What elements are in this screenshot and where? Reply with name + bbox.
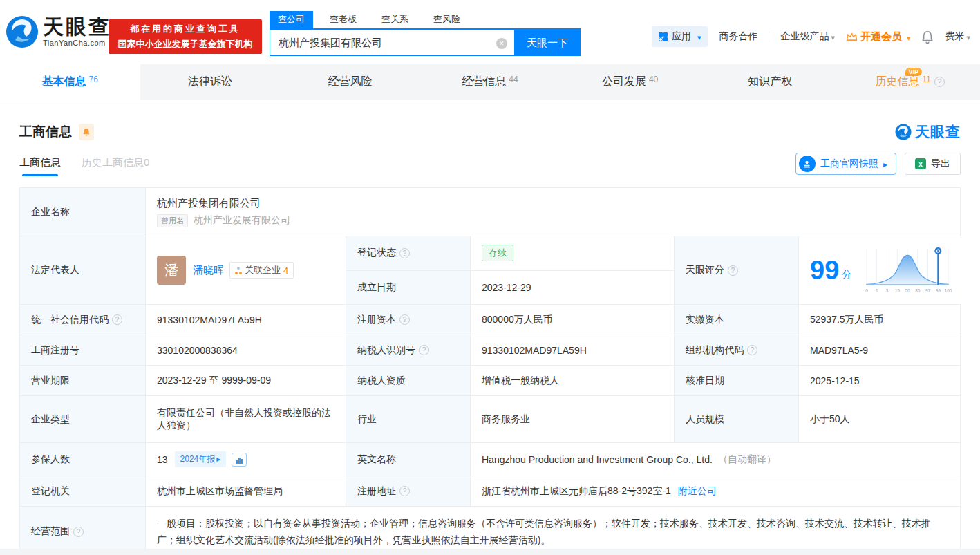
help-question-icon[interactable] (112, 314, 122, 325)
chevron-down-icon (964, 31, 970, 42)
site-header: 天眼查 TianYanCha.com 都在用的商业查询工具 国家中小企业发展子基… (0, 0, 980, 64)
tab-label: 基本信息 (42, 75, 86, 89)
tab-history-info[interactable]: VIP 历史信息 11 (840, 64, 980, 100)
score-distribution-chart: 0131550859799100 (861, 245, 954, 296)
table-subrow: 成立日期 2023-12-29 (346, 270, 674, 305)
help-question-icon[interactable] (399, 314, 410, 325)
credit-code-label: 统一社会信用代码 (20, 305, 146, 335)
english-name-cell: Hangzhou Production and Investment Group… (471, 443, 960, 476)
trend-chart-icon[interactable] (232, 453, 247, 467)
clear-search-icon[interactable] (496, 38, 507, 49)
svg-text:97: 97 (925, 288, 931, 293)
tab-intellectual-property[interactable]: 知识产权 (700, 64, 840, 100)
export-button[interactable]: x 导出 (905, 153, 961, 175)
menu-enterprise-products[interactable]: 企业级产品 (780, 30, 835, 43)
company-name: 杭州产投集团有限公司 (157, 197, 261, 210)
username: 费米 (945, 30, 964, 43)
official-snapshot-button[interactable]: 工商官网快照 (795, 153, 896, 175)
taxpayer-id-label: 纳税人识别号 (346, 335, 471, 365)
chevron-down-icon (695, 31, 701, 42)
label-text: 经营范围 (31, 525, 70, 538)
watermark-text: 天眼查 (915, 122, 961, 142)
business-term-value: 2023-12-29 至 9999-09-09 (146, 366, 346, 395)
insured-count-cell: 13 2024年报 (146, 443, 346, 476)
search-tab-risk[interactable]: 查风险 (425, 11, 469, 28)
tab-label: 知识产权 (748, 75, 792, 89)
subtab-business-info[interactable]: 工商信息 (19, 156, 61, 176)
search-row: 杭州产投集团有限公司 天眼一下 (270, 30, 581, 56)
tab-basic-info[interactable]: 基本信息 76 (0, 64, 140, 100)
menu-cooperation[interactable]: 商务合作 (719, 30, 757, 43)
company-type-label: 企业类型 (20, 396, 146, 442)
tab-operation-info[interactable]: 经营信息 44 (420, 64, 560, 100)
help-question-icon[interactable] (747, 345, 757, 355)
taxpayer-qualification-value: 增值税一般纳税人 (471, 366, 675, 395)
paid-capital-value: 52937.5万人民币 (799, 305, 960, 335)
help-question-icon[interactable] (73, 527, 84, 537)
search-tab-boss[interactable]: 查老板 (321, 11, 365, 28)
search-input-value: 杭州产投集团有限公司 (270, 37, 382, 50)
registration-status-label: 登记状态 (346, 236, 471, 270)
former-name-line: 曾用名 杭州产业发展有限公司 (157, 214, 290, 227)
business-scope-label: 经营范围 (20, 507, 146, 555)
staff-size-value: 小于50人 (799, 396, 960, 442)
established-date-label: 成立日期 (346, 271, 471, 305)
table-action-buttons: 工商官网快照 x 导出 (795, 153, 961, 175)
stamp-icon (799, 156, 816, 172)
legal-rep-avatar[interactable]: 潘 (157, 256, 186, 285)
chevron-down-icon (905, 31, 911, 43)
annual-report-badge[interactable]: 2024年报 (175, 451, 227, 467)
related-count: 4 (283, 265, 288, 276)
menu-open-vip[interactable]: 开通会员 (846, 30, 911, 44)
tab-count: 40 (649, 75, 658, 84)
help-question-icon[interactable] (728, 265, 738, 276)
search-input[interactable]: 杭州产投集团有限公司 (270, 30, 514, 56)
svg-text:15: 15 (895, 288, 901, 293)
search-button[interactable]: 天眼一下 (514, 30, 581, 56)
notification-bell-icon[interactable] (921, 30, 934, 44)
search-tab-relation[interactable]: 查关系 (373, 11, 417, 28)
help-question-icon[interactable] (934, 77, 945, 87)
registration-number-value: 330102000838364 (146, 335, 346, 365)
legal-rep-name-link[interactable]: 潘晓晖 (193, 264, 224, 277)
score-value: 99 (810, 257, 839, 283)
search-tab-company[interactable]: 查公司 (270, 11, 313, 28)
table-subrow: 登记状态 存续 (346, 236, 674, 270)
legal-rep-cell: 潘 潘晓晖 关联企业 4 (146, 236, 346, 304)
company-nav-tabs: 基本信息 76 法律诉讼 经营风险 经营信息 44 公司发展 40 知识产权 V… (0, 64, 980, 100)
top-menu: 应用 商务合作 企业级产品 开通会员 (652, 26, 970, 47)
apps-menu[interactable]: 应用 (652, 26, 708, 47)
svg-text:100: 100 (945, 288, 952, 293)
subscribe-bell-icon[interactable] (79, 124, 94, 140)
site-logo[interactable]: 天眼查 TianYanCha.com (6, 15, 111, 48)
english-name-value: Hangzhou Production and Investment Group… (482, 454, 713, 465)
nearby-companies-link[interactable]: 附近公司 (678, 485, 717, 498)
insured-count-value: 13 (157, 454, 168, 465)
industry-value: 商务服务业 (471, 396, 675, 442)
tab-count: 11 (923, 75, 931, 84)
help-question-icon[interactable] (399, 248, 410, 258)
registry-authority-label: 登记机关 (20, 476, 146, 506)
user-menu[interactable]: 费米 (945, 30, 970, 43)
help-question-icon[interactable] (419, 345, 429, 355)
related-companies-badge[interactable]: 关联企业 4 (229, 262, 294, 279)
enterprise-label: 企业级产品 (780, 30, 829, 43)
vip-label: 开通会员 (860, 30, 902, 44)
related-label: 关联企业 (245, 264, 281, 276)
svg-text:1: 1 (876, 288, 878, 293)
section-header: 工商信息 天眼查 (19, 122, 961, 142)
help-question-icon[interactable] (399, 486, 410, 496)
business-scope-cell: 一般项目：股权投资；以自有资金从事投资活动；企业管理；信息咨询服务（不含许可类信… (146, 507, 960, 555)
tab-company-development[interactable]: 公司发展 40 (560, 64, 700, 100)
score-unit: 分 (842, 269, 851, 281)
tab-label: 经营信息 (462, 75, 506, 89)
registered-capital-value: 800000万人民币 (471, 305, 675, 335)
tianyancha-logo-icon (6, 15, 39, 48)
subtab-history-business-info[interactable]: 历史工商信息0 (82, 156, 149, 176)
crown-icon (846, 32, 858, 42)
tianyancha-logo-icon (895, 124, 912, 140)
table-row: 企业名称 杭州产投集团有限公司 曾用名 杭州产业发展有限公司 (20, 188, 960, 236)
tab-legal-proceedings[interactable]: 法律诉讼 (140, 64, 281, 100)
report-badge-label: 2024年报 (180, 454, 216, 464)
tab-operation-risk[interactable]: 经营风险 (280, 64, 420, 100)
